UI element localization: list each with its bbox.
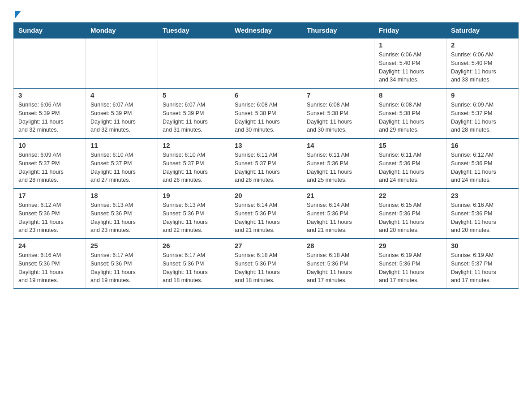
calendar-cell-w3-d1: 10Sunrise: 6:09 AMSunset: 5:37 PMDayligh…: [14, 138, 86, 188]
day-number: 20: [235, 192, 297, 199]
day-info: Sunrise: 6:13 AMSunset: 5:36 PMDaylight:…: [90, 201, 153, 235]
day-number: 28: [307, 242, 369, 249]
day-number: 7: [307, 91, 369, 99]
calendar-cell-w4-d2: 18Sunrise: 6:13 AMSunset: 5:36 PMDayligh…: [86, 188, 158, 239]
calendar-cell-w2-d5: 7Sunrise: 6:08 AMSunset: 5:38 PMDaylight…: [302, 88, 374, 138]
day-info: Sunrise: 6:18 AMSunset: 5:36 PMDaylight:…: [235, 251, 297, 285]
day-info: Sunrise: 6:18 AMSunset: 5:36 PMDaylight:…: [307, 251, 369, 285]
day-number: 24: [18, 242, 81, 249]
day-number: 6: [235, 91, 297, 99]
calendar-cell-w4-d5: 21Sunrise: 6:14 AMSunset: 5:36 PMDayligh…: [302, 188, 374, 239]
day-number: 15: [379, 141, 442, 149]
logo-triangle-icon: [15, 11, 21, 19]
calendar-cell-w4-d3: 19Sunrise: 6:13 AMSunset: 5:36 PMDayligh…: [158, 188, 230, 239]
week-row-4: 17Sunrise: 6:12 AMSunset: 5:36 PMDayligh…: [14, 188, 519, 239]
calendar-cell-w3-d3: 12Sunrise: 6:10 AMSunset: 5:37 PMDayligh…: [158, 138, 230, 188]
calendar-cell-w3-d5: 14Sunrise: 6:11 AMSunset: 5:36 PMDayligh…: [302, 138, 374, 188]
day-number: 23: [451, 192, 514, 199]
calendar-cell-w2-d7: 9Sunrise: 6:09 AMSunset: 5:37 PMDaylight…: [446, 88, 519, 138]
calendar-cell-w2-d6: 8Sunrise: 6:08 AMSunset: 5:38 PMDaylight…: [374, 88, 446, 138]
logo: [13, 9, 21, 18]
header: [13, 9, 519, 18]
day-info: Sunrise: 6:12 AMSunset: 5:36 PMDaylight:…: [18, 201, 81, 235]
calendar-cell-w4-d1: 17Sunrise: 6:12 AMSunset: 5:36 PMDayligh…: [14, 188, 86, 239]
calendar-cell-w4-d6: 22Sunrise: 6:15 AMSunset: 5:36 PMDayligh…: [374, 188, 446, 239]
calendar-cell-w4-d4: 20Sunrise: 6:14 AMSunset: 5:36 PMDayligh…: [230, 188, 302, 239]
calendar-cell-w5-d5: 28Sunrise: 6:18 AMSunset: 5:36 PMDayligh…: [302, 239, 374, 289]
day-number: 27: [235, 242, 297, 249]
day-info: Sunrise: 6:09 AMSunset: 5:37 PMDaylight:…: [18, 151, 81, 184]
day-info: Sunrise: 6:07 AMSunset: 5:39 PMDaylight:…: [163, 101, 225, 134]
header-wednesday: Wednesday: [230, 23, 302, 39]
day-info: Sunrise: 6:09 AMSunset: 5:37 PMDaylight:…: [451, 101, 514, 134]
day-info: Sunrise: 6:17 AMSunset: 5:36 PMDaylight:…: [90, 251, 153, 285]
calendar-cell-w1-d3: [158, 38, 230, 88]
day-number: 25: [90, 242, 153, 249]
day-number: 2: [451, 41, 514, 49]
day-number: 4: [90, 91, 153, 99]
day-info: Sunrise: 6:10 AMSunset: 5:37 PMDaylight:…: [90, 151, 153, 184]
day-info: Sunrise: 6:11 AMSunset: 5:36 PMDaylight:…: [379, 151, 442, 184]
calendar-cell-w5-d6: 29Sunrise: 6:19 AMSunset: 5:36 PMDayligh…: [374, 239, 446, 289]
day-info: Sunrise: 6:06 AMSunset: 5:40 PMDaylight:…: [451, 51, 514, 84]
day-info: Sunrise: 6:16 AMSunset: 5:36 PMDaylight:…: [18, 251, 81, 285]
calendar-cell-w5-d1: 24Sunrise: 6:16 AMSunset: 5:36 PMDayligh…: [14, 239, 86, 289]
calendar-cell-w5-d3: 26Sunrise: 6:17 AMSunset: 5:36 PMDayligh…: [158, 239, 230, 289]
day-info: Sunrise: 6:08 AMSunset: 5:38 PMDaylight:…: [379, 101, 442, 134]
day-number: 17: [18, 192, 81, 199]
day-number: 19: [163, 192, 225, 199]
day-number: 21: [307, 192, 369, 199]
day-number: 5: [163, 91, 225, 99]
day-number: 30: [451, 242, 514, 249]
day-info: Sunrise: 6:15 AMSunset: 5:36 PMDaylight:…: [379, 201, 442, 235]
calendar-cell-w3-d2: 11Sunrise: 6:10 AMSunset: 5:37 PMDayligh…: [86, 138, 158, 188]
calendar-cell-w3-d6: 15Sunrise: 6:11 AMSunset: 5:36 PMDayligh…: [374, 138, 446, 188]
day-number: 16: [451, 141, 514, 149]
day-number: 26: [163, 242, 225, 249]
calendar-cell-w1-d1: [14, 38, 86, 88]
calendar-cell-w1-d2: [86, 38, 158, 88]
day-info: Sunrise: 6:08 AMSunset: 5:38 PMDaylight:…: [307, 101, 369, 134]
calendar-cell-w2-d1: 3Sunrise: 6:06 AMSunset: 5:39 PMDaylight…: [14, 88, 86, 138]
day-number: 18: [90, 192, 153, 199]
calendar-cell-w1-d6: 1Sunrise: 6:06 AMSunset: 5:40 PMDaylight…: [374, 38, 446, 88]
day-info: Sunrise: 6:16 AMSunset: 5:36 PMDaylight:…: [451, 201, 514, 235]
header-thursday: Thursday: [302, 23, 374, 39]
day-info: Sunrise: 6:07 AMSunset: 5:39 PMDaylight:…: [90, 101, 153, 134]
day-number: 22: [379, 192, 442, 199]
day-number: 3: [18, 91, 81, 99]
day-info: Sunrise: 6:17 AMSunset: 5:36 PMDaylight:…: [163, 251, 225, 285]
header-friday: Friday: [374, 23, 446, 39]
day-number: 11: [90, 141, 153, 149]
calendar-cell-w3-d4: 13Sunrise: 6:11 AMSunset: 5:37 PMDayligh…: [230, 138, 302, 188]
calendar-cell-w1-d5: [302, 38, 374, 88]
header-tuesday: Tuesday: [158, 23, 230, 39]
day-number: 8: [379, 91, 442, 99]
day-info: Sunrise: 6:10 AMSunset: 5:37 PMDaylight:…: [163, 151, 225, 184]
calendar-cell-w2-d4: 6Sunrise: 6:08 AMSunset: 5:38 PMDaylight…: [230, 88, 302, 138]
day-number: 13: [235, 141, 297, 149]
day-number: 29: [379, 242, 442, 249]
day-number: 12: [163, 141, 225, 149]
calendar-cell-w2-d2: 4Sunrise: 6:07 AMSunset: 5:39 PMDaylight…: [86, 88, 158, 138]
calendar-cell-w2-d3: 5Sunrise: 6:07 AMSunset: 5:39 PMDaylight…: [158, 88, 230, 138]
week-row-1: 1Sunrise: 6:06 AMSunset: 5:40 PMDaylight…: [14, 38, 519, 88]
header-saturday: Saturday: [446, 23, 519, 39]
calendar-table: SundayMondayTuesdayWednesdayThursdayFrid…: [13, 22, 519, 289]
day-number: 1: [379, 41, 442, 49]
calendar-cell-w4-d7: 23Sunrise: 6:16 AMSunset: 5:36 PMDayligh…: [446, 188, 519, 239]
day-info: Sunrise: 6:12 AMSunset: 5:36 PMDaylight:…: [451, 151, 514, 184]
day-info: Sunrise: 6:19 AMSunset: 5:36 PMDaylight:…: [379, 251, 442, 285]
calendar-cell-w5-d2: 25Sunrise: 6:17 AMSunset: 5:36 PMDayligh…: [86, 239, 158, 289]
calendar-cell-w5-d7: 30Sunrise: 6:19 AMSunset: 5:37 PMDayligh…: [446, 239, 519, 289]
week-row-2: 3Sunrise: 6:06 AMSunset: 5:39 PMDaylight…: [14, 88, 519, 138]
day-info: Sunrise: 6:11 AMSunset: 5:37 PMDaylight:…: [235, 151, 297, 184]
calendar-cell-w1-d7: 2Sunrise: 6:06 AMSunset: 5:40 PMDaylight…: [446, 38, 519, 88]
day-info: Sunrise: 6:08 AMSunset: 5:38 PMDaylight:…: [235, 101, 297, 134]
calendar-cell-w3-d7: 16Sunrise: 6:12 AMSunset: 5:36 PMDayligh…: [446, 138, 519, 188]
calendar-cell-w1-d4: [230, 38, 302, 88]
day-info: Sunrise: 6:06 AMSunset: 5:40 PMDaylight:…: [379, 51, 442, 84]
week-row-5: 24Sunrise: 6:16 AMSunset: 5:36 PMDayligh…: [14, 239, 519, 289]
day-number: 9: [451, 91, 514, 99]
header-monday: Monday: [86, 23, 158, 39]
